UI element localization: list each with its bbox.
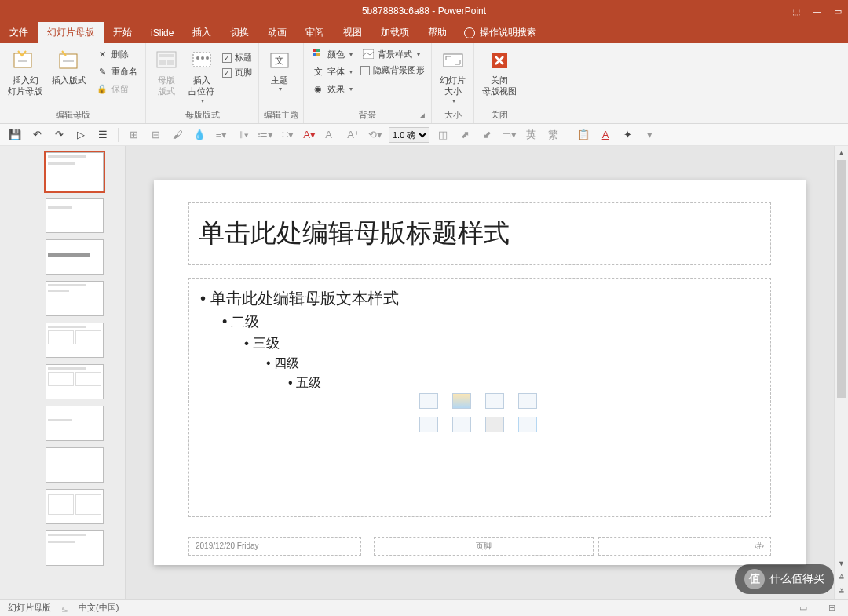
insert-online-picture-icon[interactable]: [452, 417, 471, 432]
close-master-button[interactable]: 关闭 母版视图: [479, 46, 520, 99]
lang-cn-button[interactable]: 繁: [544, 126, 561, 144]
customize-qat-button[interactable]: ▾: [641, 126, 658, 144]
tab-view[interactable]: 视图: [334, 22, 371, 43]
date-placeholder[interactable]: 2019/12/20 Friday: [188, 537, 361, 556]
tab-insert[interactable]: 插入: [183, 22, 221, 43]
rename-button[interactable]: ✎重命名: [93, 64, 141, 79]
footer-placeholder[interactable]: 页脚: [374, 537, 594, 556]
scroll-down-icon[interactable]: ▼: [835, 556, 848, 570]
tab-review[interactable]: 审阅: [296, 22, 334, 43]
numbering-button[interactable]: ∷▾: [279, 126, 296, 144]
insert-video-icon[interactable]: [485, 417, 504, 432]
align-button[interactable]: ≡▾: [213, 126, 230, 144]
minimize-icon[interactable]: —: [813, 6, 821, 16]
effects-button[interactable]: ◉效果▾: [309, 81, 356, 97]
insert-layout-button[interactable]: 插入版式: [49, 46, 90, 87]
layout-icon: [57, 48, 82, 73]
svg-rect-19: [444, 54, 462, 67]
title-bar: 5b878883c6a88 - PowerPoint ⬚ — ▭: [0, 0, 848, 22]
insert-icon-icon[interactable]: [518, 417, 537, 432]
vertical-scrollbar[interactable]: ▲ ▼ ≙ ≚: [834, 146, 848, 599]
delete-button[interactable]: ✕删除: [93, 46, 141, 62]
fonts-button[interactable]: 文字体▾: [309, 64, 356, 79]
hide-bg-checkbox[interactable]: 隐藏背景图形: [359, 64, 426, 77]
bg-styles-button[interactable]: 背景样式▾: [359, 46, 426, 62]
send-backward-button[interactable]: ⬋: [478, 126, 495, 144]
tab-islide[interactable]: iSlide: [141, 22, 183, 43]
scroll-up-icon[interactable]: ▲: [835, 146, 848, 160]
layout-thumbnail[interactable]: [46, 281, 104, 316]
footer-checkbox[interactable]: ✓页脚: [221, 66, 254, 79]
ungroup-button[interactable]: ⊟: [147, 126, 164, 144]
format-painter-button[interactable]: 🖌: [169, 126, 186, 144]
slide-size-button[interactable]: 幻灯片 大小▾: [437, 46, 469, 107]
decrease-font-button[interactable]: A⁻: [323, 126, 340, 144]
increase-font-button[interactable]: A⁺: [345, 126, 362, 144]
highlight-button[interactable]: ✦: [619, 126, 636, 144]
title-placeholder[interactable]: 单击此处编辑母版标题样式: [188, 202, 771, 265]
lang-en-button[interactable]: 英: [522, 126, 539, 144]
ribbon-options-icon[interactable]: ⬚: [792, 6, 800, 16]
tab-transition[interactable]: 切换: [221, 22, 258, 43]
normal-view-button[interactable]: ▭: [795, 601, 812, 615]
distribute-button[interactable]: ⫴▾: [235, 126, 252, 144]
paste-button[interactable]: 📋: [575, 126, 592, 144]
layout-thumbnail[interactable]: [46, 406, 104, 441]
line-weight-select[interactable]: 1.0 磅: [389, 127, 429, 143]
layout-thumbnail[interactable]: [46, 198, 104, 233]
tab-addins[interactable]: 加载项: [371, 22, 419, 43]
tab-help[interactable]: 帮助: [419, 22, 456, 43]
group-background: 颜色▾ 文字体▾ ◉效果▾ 背景样式▾ 隐藏背景图形 背景 ◢: [304, 43, 432, 123]
themes-button[interactable]: 文 主题▾: [264, 46, 295, 96]
colors-button[interactable]: 颜色▾: [309, 46, 356, 62]
insert-slide-master-button[interactable]: 插入幻 灯片母版: [5, 46, 46, 99]
maximize-icon[interactable]: ▭: [834, 6, 842, 16]
next-slide-icon[interactable]: ≚: [835, 585, 848, 599]
layout-thumbnail[interactable]: [46, 530, 104, 566]
rotate-button[interactable]: ⟲▾: [367, 126, 384, 144]
layout-thumbnail[interactable]: [46, 239, 104, 275]
redo-button[interactable]: ↷: [50, 126, 68, 144]
prev-slide-icon[interactable]: ≙: [835, 570, 848, 585]
insert-3d-icon[interactable]: [518, 393, 537, 409]
arrange-button[interactable]: ▭▾: [500, 126, 517, 144]
tab-file[interactable]: 文件: [0, 22, 38, 43]
undo-button[interactable]: ↶: [28, 126, 46, 144]
merge-shapes-button[interactable]: ◫: [434, 126, 451, 144]
save-button[interactable]: 💾: [6, 126, 24, 144]
font-color2-button[interactable]: A: [597, 126, 614, 144]
layout-thumbnail[interactable]: [46, 364, 104, 399]
master-layout-button[interactable]: 母版 版式: [151, 46, 182, 99]
sorter-view-button[interactable]: ⊞: [823, 601, 840, 615]
bullets-button[interactable]: ≔▾: [257, 126, 274, 144]
tell-me-search[interactable]: 操作说明搜索: [464, 22, 536, 43]
group-button[interactable]: ⊞: [125, 126, 142, 144]
thumbnail-panel[interactable]: [0, 146, 126, 599]
slide-number-placeholder[interactable]: ‹#›: [598, 537, 771, 556]
tab-home[interactable]: 开始: [104, 22, 141, 43]
accessibility-icon[interactable]: ⎁: [62, 603, 68, 613]
preserve-button[interactable]: 🔒保留: [93, 81, 141, 97]
layout-thumbnail[interactable]: [46, 447, 104, 483]
touch-mode-button[interactable]: ☰: [94, 126, 111, 144]
title-checkbox[interactable]: ✓标题: [221, 51, 254, 64]
language-status[interactable]: 中文(中国): [79, 602, 119, 614]
scroll-thumb[interactable]: [837, 160, 846, 398]
start-slideshow-button[interactable]: ▷: [72, 126, 90, 144]
font-color-button[interactable]: A▾: [301, 126, 318, 144]
layout-thumbnail[interactable]: [46, 323, 104, 358]
insert-chart-icon[interactable]: [452, 393, 471, 409]
bring-forward-button[interactable]: ⬈: [456, 126, 473, 144]
eyedropper-button[interactable]: 💧: [191, 126, 208, 144]
body-placeholder[interactable]: 单击此处编辑母版文本样式 二级 三级 四级 五级: [188, 278, 771, 517]
tab-slide-master[interactable]: 幻灯片母版: [38, 22, 104, 43]
insert-smartart-icon[interactable]: [485, 393, 504, 409]
dialog-launcher-icon[interactable]: ◢: [419, 111, 429, 121]
insert-picture-icon[interactable]: [419, 417, 438, 432]
insert-table-icon[interactable]: [419, 393, 438, 409]
master-thumbnail[interactable]: [46, 152, 104, 191]
layout-thumbnail[interactable]: [46, 489, 104, 524]
tab-animation[interactable]: 动画: [258, 22, 296, 43]
insert-placeholder-button[interactable]: 插入 占位符▾: [185, 46, 217, 107]
slide-canvas[interactable]: 单击此处编辑母版标题样式 单击此处编辑母版文本样式 二级 三级 四级 五级: [154, 180, 806, 565]
